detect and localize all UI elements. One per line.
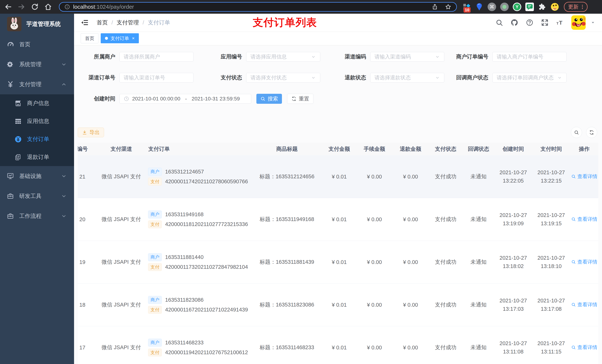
merchant-tag: 商户 bbox=[148, 339, 162, 346]
column-header: 支付渠道 bbox=[94, 143, 148, 155]
cell-pay-order: 商户1635311823086支付42000011672021102710224… bbox=[148, 283, 252, 326]
pay-tag: 支付 bbox=[148, 263, 162, 271]
cell-notify: 未通知 bbox=[463, 241, 494, 283]
sidebar-item-briefcase[interactable]: 工作流程 bbox=[0, 206, 74, 226]
cell-title: 标题：1635311949168 bbox=[252, 198, 322, 241]
address-bar[interactable]: localhost:1024/pay/order bbox=[59, 2, 457, 12]
app-title: 芋道管理系统 bbox=[26, 20, 61, 28]
font-size-icon[interactable]: TT bbox=[556, 19, 564, 26]
tag-tab-label: 首页 bbox=[85, 35, 94, 42]
tag-tab[interactable]: 首页 bbox=[81, 33, 98, 43]
date-range-picker[interactable]: 2021-10-01 00:00:00-2021-10-31 23:59:59 bbox=[119, 94, 251, 104]
y-extension-icon[interactable]: Y bbox=[513, 3, 521, 11]
filter-select[interactable]: 请选择订单回调商户状态 bbox=[492, 73, 567, 83]
svg-text:T: T bbox=[557, 21, 559, 25]
cell-amount: ¥ 0.01 bbox=[322, 241, 356, 283]
table-row[interactable]: 19微信 JSAPI 支付商户1635311881440支付4200001173… bbox=[78, 241, 598, 283]
sidebar-item-document[interactable]: 退款订单 bbox=[0, 148, 74, 166]
cell-created: 2021-10-2713:17:03 bbox=[494, 283, 532, 326]
export-button[interactable]: 导出 bbox=[78, 128, 104, 137]
table-row[interactable]: 21微信 JSAPI 支付商户1635312124657支付4200001174… bbox=[78, 155, 598, 198]
browser-reload-icon[interactable] bbox=[31, 3, 39, 11]
view-detail-link[interactable]: 查看详情 bbox=[571, 173, 597, 180]
balloon-extension-icon[interactable] bbox=[475, 3, 484, 11]
site-info-icon[interactable] bbox=[64, 4, 70, 10]
browser-menu-dots-icon[interactable] bbox=[580, 4, 585, 10]
url-host: localhost bbox=[73, 4, 95, 10]
table-row[interactable]: 20微信 JSAPI 支付商户1635311949168支付4200001181… bbox=[78, 198, 598, 241]
order-no-line: 商户1635311823086 bbox=[148, 296, 252, 304]
filter-input[interactable] bbox=[119, 52, 194, 62]
cell-status: 支付成功 bbox=[429, 283, 463, 326]
view-detail-link[interactable]: 查看详情 bbox=[571, 216, 597, 222]
command-extension-icon[interactable]: ⌘ bbox=[488, 3, 496, 11]
sidebar-item-dashboard[interactable]: 首页 bbox=[0, 34, 74, 54]
fullscreen-icon[interactable] bbox=[541, 19, 549, 26]
breadcrumb-home[interactable]: 首页 bbox=[97, 19, 108, 26]
chevron-down-icon bbox=[61, 213, 67, 219]
sketch-extension-icon[interactable]: 10 bbox=[462, 3, 471, 11]
sidebar-item-grid[interactable]: 应用信息 bbox=[0, 112, 74, 130]
paid-date: 2021-10-27 bbox=[532, 296, 570, 305]
tag-tab[interactable]: 支付订单× bbox=[101, 33, 139, 43]
sidebar-item-monitor[interactable]: 基础设施 bbox=[0, 166, 74, 186]
cell-refund: ¥ 0.00 bbox=[392, 283, 429, 326]
filter-label: 回调商户状态 bbox=[444, 74, 492, 81]
table-row[interactable]: 17微信 JSAPI 支付商户1635311468233支付4200001194… bbox=[78, 326, 598, 364]
dot-extension-icon[interactable] bbox=[500, 3, 509, 11]
app-header: 首页 / 支付管理 / 支付订单 支付订单列表 TT bbox=[74, 14, 602, 31]
filter-input[interactable] bbox=[492, 52, 567, 62]
paid-date: 2021-10-27 bbox=[532, 211, 570, 219]
date-end: 2021-10-31 23:59:59 bbox=[192, 96, 240, 102]
reset-button[interactable]: 重置 bbox=[287, 94, 313, 104]
close-tab-icon[interactable]: × bbox=[132, 36, 135, 41]
view-detail-label: 查看详情 bbox=[577, 216, 597, 222]
chat-extension-icon[interactable] bbox=[525, 3, 534, 11]
view-detail-link[interactable]: 查看详情 bbox=[571, 301, 597, 308]
paid-time: 13:19:15 bbox=[532, 219, 570, 228]
cell-fee: ¥ 0.00 bbox=[356, 326, 392, 364]
view-detail-link[interactable]: 查看详情 bbox=[571, 259, 597, 265]
column-header: 操作 bbox=[570, 143, 598, 155]
refresh-button[interactable] bbox=[586, 127, 597, 138]
filter-select[interactable]: 请选择支付状态 bbox=[246, 73, 320, 83]
search-small-icon bbox=[260, 96, 266, 101]
breadcrumb-pay-manage[interactable]: 支付管理 bbox=[117, 19, 139, 26]
github-icon[interactable] bbox=[511, 19, 518, 26]
created-time: 13:17:03 bbox=[494, 305, 532, 313]
avatar-caret-icon[interactable] bbox=[591, 20, 595, 25]
page-annotation: 支付订单列表 bbox=[253, 16, 317, 30]
cell-created: 2021-10-2713:22:05 bbox=[494, 155, 532, 198]
sidebar-item-yen-circle[interactable]: 支付订单 bbox=[0, 130, 74, 148]
extensions-puzzle-icon[interactable] bbox=[538, 3, 547, 11]
sidebar-item-gear[interactable]: 系统管理 bbox=[0, 54, 74, 74]
sidebar-fold-icon[interactable] bbox=[81, 19, 89, 27]
toggle-search-button[interactable] bbox=[571, 127, 582, 138]
help-icon[interactable] bbox=[526, 19, 534, 26]
cell-id: 17 bbox=[78, 326, 94, 364]
refresh-icon bbox=[589, 130, 594, 135]
select-arrow-icon bbox=[435, 54, 440, 59]
filter-select[interactable]: 请选择退款状态 bbox=[370, 73, 444, 83]
search-small-icon bbox=[571, 345, 576, 350]
browser-forward-icon[interactable] bbox=[17, 3, 26, 11]
sidebar-item-toolbox[interactable]: 研发工具 bbox=[0, 186, 74, 206]
browser-back-icon[interactable] bbox=[4, 3, 12, 11]
filter-select[interactable]: 请输入渠道编码 bbox=[370, 52, 444, 62]
search-button[interactable]: 搜索 bbox=[256, 94, 282, 104]
view-detail-link[interactable]: 查看详情 bbox=[571, 344, 597, 351]
filter-select[interactable]: 请选择应用信息 bbox=[246, 52, 320, 62]
app-logo[interactable]: 芋道管理系统 bbox=[0, 14, 74, 34]
sidebar-item-yen[interactable]: 支付管理 bbox=[0, 74, 74, 94]
filter-input[interactable] bbox=[119, 73, 194, 83]
browser-home-icon[interactable] bbox=[44, 3, 52, 11]
emoji-profile-icon[interactable] bbox=[550, 3, 559, 11]
table-row[interactable]: 18微信 JSAPI 支付商户1635311823086支付4200001167… bbox=[78, 283, 598, 326]
user-avatar[interactable] bbox=[571, 15, 586, 30]
browser-update-button[interactable]: 更新 bbox=[564, 2, 588, 12]
sidebar-item-store[interactable]: 商户信息 bbox=[0, 94, 74, 112]
search-icon[interactable] bbox=[495, 19, 503, 26]
cell-fee: ¥ 0.00 bbox=[356, 198, 392, 241]
bookmark-star-icon[interactable] bbox=[445, 3, 452, 10]
share-icon[interactable] bbox=[431, 3, 438, 10]
